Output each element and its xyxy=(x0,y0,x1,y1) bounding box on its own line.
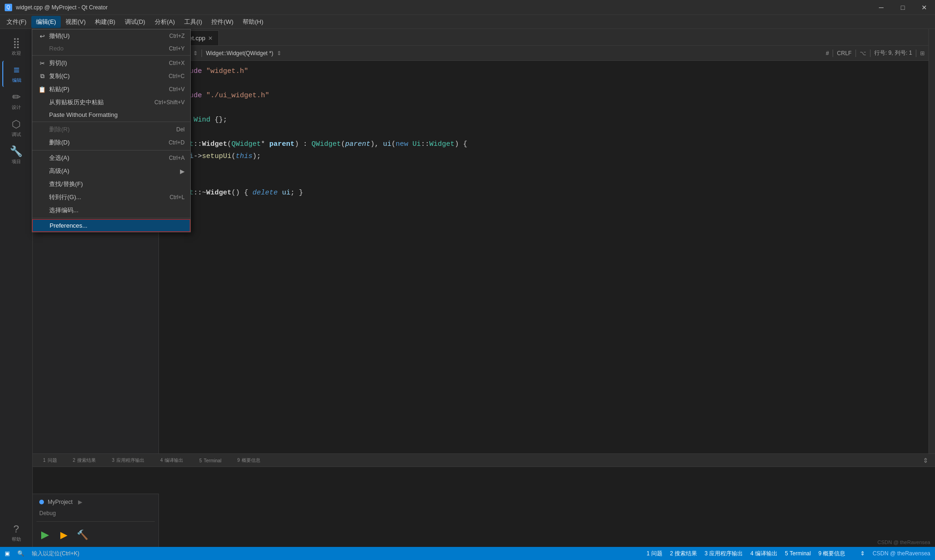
menu-bar: 文件(F) 编辑(E) 视图(V) 构建(B) 调试(D) 分析(A) 工具(I… xyxy=(0,15,935,29)
btab-overview[interactable]: 9概要信息 xyxy=(231,456,269,465)
build-button[interactable]: 🔨 xyxy=(74,526,91,543)
sidebar-item-project[interactable]: 🔧 项目 xyxy=(2,142,30,168)
sidebar-item-help[interactable]: ? 帮助 xyxy=(2,520,30,546)
function-nav-icon[interactable]: ⇕ xyxy=(277,50,281,57)
code-line-5: class Wind {}; xyxy=(168,114,919,126)
menu-preferences[interactable]: Preferences... xyxy=(32,219,190,232)
menu-sep-4 xyxy=(32,218,190,218)
menu-edit[interactable]: 编辑(E) xyxy=(31,16,61,28)
edit-dropdown-menu: ↩ 撤销(U) Ctrl+Z Redo Ctrl+Y ✂ 剪切(I) Ctrl+… xyxy=(32,29,191,232)
btab-label-search: 搜索结果 xyxy=(77,458,96,463)
paste-shortcut: Ctrl+V xyxy=(169,86,185,93)
menu-delete-d[interactable]: 删除(D) Ctrl+D xyxy=(32,136,190,149)
code-line-7: Widget::Widget(QWidget* parent) : QWidge… xyxy=(168,138,919,151)
btab-label-overview: 概要信息 xyxy=(242,458,260,463)
delete-r-shortcut: Del xyxy=(176,126,185,133)
window-controls: ─ □ ✕ xyxy=(870,0,935,15)
paste-icon: 📋 xyxy=(38,86,46,93)
delete-r-label: 删除(R) xyxy=(49,125,167,134)
toolbar-sep-5 xyxy=(916,50,916,57)
close-button[interactable]: ✕ xyxy=(913,0,935,15)
btab-label-app-output: 应用程序输出 xyxy=(116,458,144,463)
btab-search[interactable]: 2搜索结果 xyxy=(66,456,105,465)
menu-help[interactable]: 帮助(H) xyxy=(238,16,268,28)
bottom-panel: 1问题 2搜索结果 3应用程序输出 4编译输出 5Terminal 9概要信息 … xyxy=(33,453,935,547)
bottom-sep xyxy=(36,521,155,522)
sidebar-label-help: 帮助 xyxy=(12,536,21,543)
bottom-tabs: 1问题 2搜索结果 3应用程序输出 4编译输出 5Terminal 9概要信息 … xyxy=(33,454,935,467)
git-icon[interactable]: ⌥ xyxy=(860,50,866,57)
cut-shortcut: Ctrl+X xyxy=(169,60,185,66)
menu-tools[interactable]: 工具(I) xyxy=(180,16,207,28)
code-line-4 xyxy=(168,102,919,114)
menu-build[interactable]: 构建(B) xyxy=(90,16,120,28)
toolbar-sep-2 xyxy=(833,50,833,57)
minimize-button[interactable]: ─ xyxy=(870,0,892,15)
toolbar-sep-4 xyxy=(870,50,870,57)
menu-find-replace[interactable]: 查找/替换(F) xyxy=(32,178,190,191)
menu-analyze[interactable]: 分析(A) xyxy=(150,16,180,28)
function-selector[interactable]: Widget::Widget(QWidget *) xyxy=(206,50,273,57)
maximize-button[interactable]: □ xyxy=(892,0,913,15)
goto-line-shortcut: Ctrl+L xyxy=(170,194,185,201)
sidebar-item-welcome[interactable]: ⣿ 欢迎 xyxy=(2,34,30,60)
sidebar-item-edit[interactable]: ≡ 编辑 xyxy=(2,61,30,87)
project-name: MyProject xyxy=(48,499,72,505)
menu-select-all[interactable]: 全选(A) Ctrl+A xyxy=(32,151,190,165)
sidebar-item-debug[interactable]: ⬡ 调试 xyxy=(2,115,30,141)
menu-copy[interactable]: ⧉ 复制(C) Ctrl+C xyxy=(32,70,190,83)
sidebar-label-edit: 编辑 xyxy=(12,77,22,84)
editor-scrollbar[interactable] xyxy=(928,29,935,453)
expand-icon[interactable]: ⊞ xyxy=(920,50,925,57)
menu-cut[interactable]: ✂ 剪切(I) Ctrl+X xyxy=(32,57,190,70)
select-encoding-label: 选择编码... xyxy=(49,206,185,215)
menu-controls[interactable]: 控件(W) xyxy=(207,16,238,28)
sidebar-label-project: 项目 xyxy=(12,158,21,165)
menu-undo[interactable]: ↩ 撤销(U) Ctrl+Z xyxy=(32,29,190,43)
status-nav-icon[interactable]: ⇕ xyxy=(860,550,865,557)
menu-debug[interactable]: 调试(D) xyxy=(120,16,150,28)
menu-view[interactable]: 视图(V) xyxy=(61,16,90,28)
sidebar-item-design[interactable]: ✏ 设计 xyxy=(2,88,30,114)
btab-problems[interactable]: 1问题 xyxy=(36,456,65,465)
menu-paste-no-format[interactable]: Paste Without Formatting xyxy=(32,109,190,121)
menu-paste-history[interactable]: 从剪贴板历史中粘贴 Ctrl+Shift+V xyxy=(32,96,190,109)
btab-num-1: 1 xyxy=(43,458,46,463)
menu-select-encoding[interactable]: 选择编码... xyxy=(32,204,190,217)
goto-line-label: 转到行(G)... xyxy=(49,193,160,201)
advanced-arrow-icon: ▶ xyxy=(180,168,185,175)
menu-paste[interactable]: 📋 粘贴(P) Ctrl+V xyxy=(32,83,190,96)
run-with-debug-button[interactable]: ▶ xyxy=(55,526,72,543)
status-toggle-icon[interactable]: ▣ xyxy=(5,550,10,557)
edit-icon: ≡ xyxy=(14,64,20,76)
undo-icon: ↩ xyxy=(38,33,46,40)
select-all-label: 全选(A) xyxy=(49,154,159,162)
code-editor[interactable]: #include "widget.h" #include "./ui_widge… xyxy=(159,61,928,453)
project-icon: 🔧 xyxy=(10,145,22,158)
project-info: MyProject ▶ xyxy=(36,497,155,507)
btab-compile-output[interactable]: 4编译输出 xyxy=(154,456,192,465)
left-sidebar: ⣿ 欢迎 ≡ 编辑 ✏ 设计 ⬡ 调试 🔧 项目 ? 帮助 xyxy=(0,29,33,547)
nav-up-down-icon[interactable]: ⇕ xyxy=(193,50,198,57)
btab-label-terminal: Terminal xyxy=(204,458,222,463)
paste-history-label: 从剪贴板历史中粘贴 xyxy=(49,98,145,107)
toolbar-sep-3 xyxy=(856,50,856,57)
debug-config-label: Debug xyxy=(36,509,155,517)
search-placeholder[interactable]: 输入以定位(Ctrl+K) xyxy=(32,550,79,558)
code-line-10 xyxy=(168,175,919,187)
menu-advanced[interactable]: 高级(A) ▶ xyxy=(32,165,190,178)
bottom-left-panel: MyProject ▶ Debug ▶ ▶ 🔨 xyxy=(33,494,159,547)
menu-file[interactable]: 文件(F) xyxy=(2,16,31,28)
bottom-panel-nav-icon[interactable]: ⇕ xyxy=(920,455,931,466)
help-icon: ? xyxy=(13,523,19,535)
tab-close-button[interactable]: ✕ xyxy=(208,35,213,42)
run-button[interactable]: ▶ xyxy=(36,526,53,543)
status-bar: ▣ 🔍 输入以定位(Ctrl+K) 1 问题2 搜索结果3 应用程序输出4 编译… xyxy=(0,547,935,560)
undo-shortcut: Ctrl+Z xyxy=(169,33,185,39)
btab-terminal[interactable]: 5Terminal xyxy=(193,456,230,465)
btab-label-compile-output: 编译输出 xyxy=(165,458,183,463)
menu-goto-line[interactable]: 转到行(G)... Ctrl+L xyxy=(32,191,190,204)
btab-app-output[interactable]: 3应用程序输出 xyxy=(105,456,153,465)
menu-sep-1 xyxy=(32,55,190,56)
cut-icon: ✂ xyxy=(38,60,46,67)
